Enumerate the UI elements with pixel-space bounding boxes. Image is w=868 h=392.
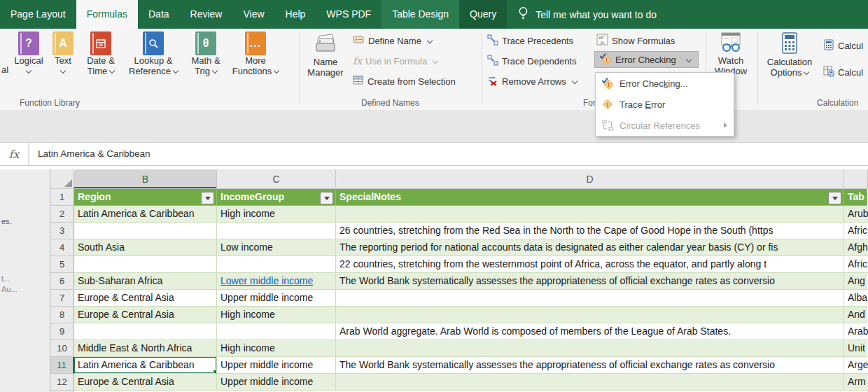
tab-query[interactable]: Query <box>459 0 507 29</box>
more-functions-button[interactable]: ... More Functions <box>228 31 283 76</box>
cell-B8[interactable]: Europe & Central Asia <box>74 307 217 323</box>
tab-page-layout[interactable]: Page Layout <box>0 0 76 29</box>
calculate-now-button[interactable]: Calcul <box>823 37 863 54</box>
row-header-3[interactable]: 3 <box>50 223 74 239</box>
filter-button-incomegroup[interactable] <box>320 192 333 204</box>
select-all-corner[interactable] <box>50 169 74 189</box>
cell-E10-clipped[interactable]: Unit <box>844 340 867 357</box>
column-header-C[interactable]: C <box>217 169 336 189</box>
cell-C3[interactable] <box>217 223 336 239</box>
column-header-D[interactable]: D <box>336 169 844 189</box>
define-name-button[interactable]: Define Name <box>353 32 432 49</box>
logical-button[interactable]: ? Logical <box>10 31 48 76</box>
cell-C12[interactable]: Upper middle income <box>217 374 336 391</box>
filter-button-region[interactable] <box>201 192 214 204</box>
cell-B7[interactable]: Europe & Central Asia <box>74 290 217 307</box>
tab-wps-pdf[interactable]: WPS PDF <box>316 0 382 29</box>
lookup-reference-button[interactable]: Lookup & Reference <box>123 31 183 76</box>
cell-E9-clipped[interactable]: Arab <box>844 323 868 340</box>
cell-B3[interactable] <box>74 223 217 239</box>
filter-button-specialnotes[interactable] <box>828 192 841 204</box>
cell-C6[interactable]: Lower middle income <box>217 273 336 290</box>
header-cell-incomegroup[interactable]: IncomeGroup <box>217 189 336 206</box>
remove-arrows-button[interactable]: Remove Arrows <box>487 73 577 90</box>
column-header-B[interactable]: B <box>74 169 217 189</box>
name-manager-button[interactable]: Name Manager <box>304 32 347 78</box>
trace-precedents-button[interactable]: Trace Precedents <box>487 32 573 49</box>
cell-D11[interactable]: The World Bank systematically assesses t… <box>336 357 844 374</box>
menu-item-error-checking[interactable]: ! Error Checking... <box>596 73 734 94</box>
menu-item-circular-references[interactable]: Circular References <box>596 115 734 136</box>
tab-data[interactable]: Data <box>138 0 180 29</box>
cell-C10[interactable]: High income <box>217 340 336 357</box>
cell-C11[interactable]: Upper middle income <box>217 357 336 374</box>
row-header-7[interactable]: 7 <box>50 290 74 307</box>
cell-B9[interactable] <box>74 323 217 340</box>
row-header-5[interactable]: 5 <box>50 256 74 273</box>
column-header-E-clipped[interactable] <box>844 169 868 189</box>
cell-C9[interactable] <box>217 323 336 340</box>
show-formulas-button[interactable]: 15fx Show Formulas <box>596 32 675 49</box>
cell-D3[interactable]: 26 countries, stretching from the Red Se… <box>336 223 844 239</box>
cell-C5[interactable] <box>217 256 336 273</box>
menu-item-trace-error[interactable]: ! Trace Error <box>596 94 734 115</box>
cell-B6[interactable]: Sub-Saharan Africa <box>74 273 217 290</box>
row-header-8[interactable]: 8 <box>50 307 74 323</box>
cell-E5-clipped[interactable]: Afric <box>844 256 868 273</box>
formula-input[interactable]: Latin America & Caribbean <box>29 143 868 165</box>
cell-D7[interactable] <box>336 290 844 307</box>
tab-table-design[interactable]: Table Design <box>382 0 459 29</box>
header-cell-region[interactable]: Region <box>74 189 217 206</box>
tab-review[interactable]: Review <box>180 0 233 29</box>
row-header-10[interactable]: 10 <box>50 340 74 357</box>
text-button[interactable]: A Text <box>48 31 78 76</box>
cell-D10[interactable] <box>336 340 844 357</box>
cell-C2[interactable]: High income <box>217 206 336 223</box>
cell-E11-clipped[interactable]: Arge <box>844 357 868 374</box>
error-checking-button[interactable]: ! Error Checking <box>594 51 699 68</box>
tell-me-box[interactable]: Tell me what you want to do <box>507 0 657 29</box>
cell-B4[interactable]: South Asia <box>74 239 217 256</box>
tab-view[interactable]: View <box>232 0 274 29</box>
row-header-1[interactable]: 1 <box>50 189 74 206</box>
use-in-formula-button[interactable]: fx Use in Formula <box>353 52 438 69</box>
cell-E6-clipped[interactable]: Ang <box>844 273 867 290</box>
cell-D9[interactable]: Arab World aggregate. Arab World is comp… <box>336 323 844 340</box>
watch-window-button[interactable]: Watch Window <box>708 32 753 76</box>
cell-D4[interactable]: The reporting period for national accoun… <box>336 239 844 256</box>
row-header-12[interactable]: 12 <box>50 374 74 391</box>
trace-dependents-button[interactable]: Trace Dependents <box>487 52 576 69</box>
cell-C4[interactable]: Low income <box>217 239 336 256</box>
cell-D6[interactable]: The World Bank systematically assesses t… <box>336 273 844 290</box>
row-header-11[interactable]: 11 <box>50 357 74 374</box>
cell-E2-clipped[interactable]: Arub <box>844 206 868 223</box>
insert-function-button[interactable]: fx <box>0 143 29 165</box>
tab-help[interactable]: Help <box>275 0 316 29</box>
hyperlink[interactable]: Lower middle income <box>220 275 313 286</box>
header-cell-tablename-clipped[interactable]: Tab <box>844 189 867 206</box>
cell-D5[interactable]: 22 countries, stretching from the wester… <box>336 256 844 273</box>
cell-B10[interactable]: Middle East & North Africa <box>74 340 217 357</box>
date-time-button[interactable]: Date & Time <box>78 31 123 76</box>
cell-D12[interactable] <box>336 374 844 391</box>
row-header-6[interactable]: 6 <box>50 273 74 290</box>
math-trig-button[interactable]: θ Math & Trig <box>183 31 228 76</box>
cell-D8[interactable] <box>336 307 844 323</box>
header-cell-specialnotes[interactable]: SpecialNotes <box>336 189 844 206</box>
row-header-4[interactable]: 4 <box>50 239 74 256</box>
calculation-options-button[interactable]: Calculation Options <box>762 32 818 78</box>
cell-E8-clipped[interactable]: And <box>844 307 867 323</box>
cell-E7-clipped[interactable]: Alba <box>844 290 868 307</box>
cell-B5[interactable] <box>74 256 217 273</box>
calculate-sheet-button[interactable]: Calcul <box>823 64 863 80</box>
cell-B2[interactable]: Latin America & Caribbean <box>74 206 217 223</box>
cell-C8[interactable]: High income <box>217 307 336 323</box>
cell-B11-active[interactable]: Latin America & Caribbean <box>74 357 217 374</box>
cell-B12[interactable]: Europe & Central Asia <box>74 374 217 391</box>
cell-E12-clipped[interactable]: Arm <box>844 374 868 391</box>
tab-formulas[interactable]: Formulas <box>76 0 138 29</box>
cell-E4-clipped[interactable]: Afgh <box>844 239 868 256</box>
row-header-9[interactable]: 9 <box>50 323 74 340</box>
cell-D2[interactable] <box>336 206 844 223</box>
cell-E3-clipped[interactable]: Afric <box>844 223 868 239</box>
